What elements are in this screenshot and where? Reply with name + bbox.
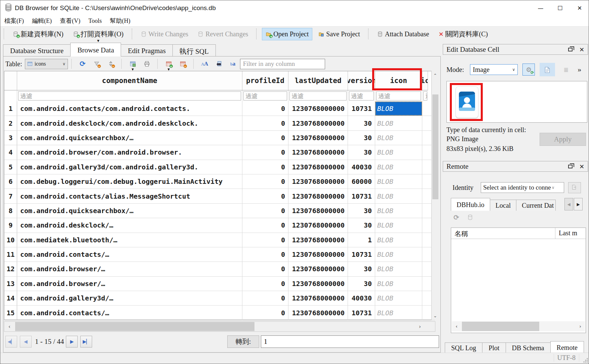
column-header-icon[interactable]: icon <box>375 71 422 90</box>
tab-scroll-left-button[interactable]: ◀ <box>564 198 573 210</box>
scroll-left-icon[interactable]: ‹ <box>4 322 14 331</box>
cell-clipped[interactable] <box>422 262 428 276</box>
cell-version[interactable]: 40030 <box>348 291 375 305</box>
import-identity-button[interactable] <box>568 182 581 193</box>
open-database-button[interactable]: ➜ 打開資料庫(O) ▼ <box>70 28 127 41</box>
cell-profileId[interactable]: 0 <box>242 160 288 174</box>
scroll-left-icon[interactable]: ‹ <box>452 321 461 331</box>
column-header-profileId[interactable]: profileId <box>242 71 288 90</box>
cell-lastUpdated[interactable]: 1230768000000 <box>288 174 348 189</box>
tab-scroll-right-button[interactable]: ▶ <box>574 198 583 210</box>
cell-clipped[interactable] <box>422 145 428 159</box>
cell-clipped[interactable] <box>422 306 428 320</box>
cell-profileId[interactable]: 0 <box>242 131 288 145</box>
cell-lastUpdated[interactable]: 1230768000000 <box>288 291 348 305</box>
cell-lastUpdated[interactable]: 1230768000000 <box>288 306 348 320</box>
previous-record-button[interactable]: ◀ <box>20 336 32 348</box>
float-panel-icon[interactable] <box>568 48 573 51</box>
dropdown-caret-icon[interactable]: ▼ <box>96 39 100 43</box>
cell-clipped[interactable] <box>422 204 428 218</box>
cell-version[interactable]: 30 <box>348 204 375 218</box>
row-number[interactable]: 12 <box>4 262 17 276</box>
toolbar-overflow-button[interactable]: » <box>578 65 581 74</box>
remote-list-scrollbar[interactable]: ‹ › <box>452 321 585 331</box>
row-number[interactable]: 8 <box>4 204 17 218</box>
row-number[interactable]: 9 <box>4 218 17 232</box>
apply-button[interactable]: Apply <box>540 133 586 146</box>
clear-filters-button[interactable]: − <box>91 58 103 69</box>
cell-profileId[interactable]: 0 <box>242 262 288 276</box>
minimize-button[interactable]: — <box>531 0 550 15</box>
identity-selector[interactable]: Select an identity to conne ∨ <box>481 182 564 193</box>
cell-lastUpdated[interactable]: 1230768000000 <box>288 145 348 159</box>
cell-profileId[interactable]: 0 <box>242 291 288 305</box>
tab-browse-data[interactable]: Browse Data <box>70 43 121 56</box>
horizontal-scroll-thumb[interactable] <box>462 322 539 331</box>
row-number[interactable]: 3 <box>4 131 17 145</box>
cell-clipped[interactable] <box>422 174 428 189</box>
tab-execute-sql[interactable]: 執行 SQL <box>172 44 216 56</box>
cell-version[interactable]: 30 <box>348 262 375 276</box>
cell-icon[interactable]: BLOB <box>375 116 422 130</box>
menu-edit[interactable]: 編輯(E) <box>28 16 56 26</box>
row-number[interactable]: 13 <box>4 277 17 291</box>
clear-sorting-button[interactable]: − <box>105 58 117 69</box>
scroll-up-icon[interactable]: ⌃ <box>432 71 439 80</box>
cell-version[interactable]: 30 <box>348 145 375 159</box>
cell-lastUpdated[interactable]: 1230768000000 <box>288 247 348 261</box>
cell-lastUpdated[interactable]: 1230768000000 <box>288 189 348 203</box>
cell-profileId[interactable]: 0 <box>242 116 288 130</box>
replace-button[interactable]: ba <box>227 58 239 69</box>
cell-componentName[interactable]: com.android.contacts/… <box>17 247 242 261</box>
filter-clipped[interactable]: 過濾 <box>422 90 428 102</box>
row-number[interactable]: 14 <box>4 291 17 305</box>
cell-icon[interactable]: BLOB <box>375 189 422 203</box>
goto-record-input[interactable] <box>261 335 439 348</box>
insert-record-button[interactable]: + ▼ <box>163 58 174 69</box>
revert-changes-button[interactable]: Revert Changes <box>194 28 251 40</box>
cell-profileId[interactable]: 0 <box>242 174 288 189</box>
cell-icon[interactable]: BLOB <box>375 233 422 247</box>
refresh-button[interactable]: ⟳ <box>77 58 88 69</box>
cell-componentName[interactable]: com.mediatek.bluetooth/… <box>17 233 242 247</box>
cell-clipped[interactable] <box>422 189 428 203</box>
cell-profileId[interactable]: 0 <box>242 204 288 218</box>
cell-lastUpdated[interactable]: 1230768000000 <box>288 218 348 232</box>
cell-profileId[interactable]: 0 <box>242 306 288 320</box>
filter-icon[interactable]: 過濾 <box>375 90 422 102</box>
close-panel-icon[interactable]: ✕ <box>579 163 584 170</box>
cell-version[interactable]: 1 <box>348 233 375 247</box>
cell-clipped[interactable] <box>422 218 428 232</box>
column-header-componentName[interactable]: componentName <box>17 71 242 90</box>
cell-version[interactable]: 10731 <box>348 247 375 261</box>
cell-profileId[interactable]: 0 <box>242 189 288 203</box>
remote-refresh-icon[interactable]: ⟳ <box>454 213 459 221</box>
remote-list-header-last-modified[interactable]: Last m <box>555 228 581 239</box>
cell-profileId[interactable]: 0 <box>242 277 288 291</box>
cell-componentName[interactable]: com.android.gallery3d/… <box>17 291 242 305</box>
row-number[interactable]: 11 <box>4 247 17 261</box>
remote-list-header-name[interactable]: 名稱 <box>451 228 555 239</box>
cell-componentName[interactable]: com.debug.loggerui/com.debug.loggerui.Ma… <box>17 174 242 189</box>
next-record-button[interactable]: ▶ <box>66 336 78 348</box>
cell-icon[interactable]: BLOB <box>375 131 422 145</box>
cell-lastUpdated[interactable]: 1230768000000 <box>288 233 348 247</box>
cell-componentName[interactable]: com.android.contacts/… <box>17 306 242 320</box>
grid-vertical-scrollbar[interactable]: ⌃ ⌄ <box>431 71 439 320</box>
menu-help[interactable]: 幫助(H) <box>106 16 134 26</box>
corner-header[interactable] <box>4 71 17 90</box>
cell-icon[interactable]: BLOB <box>375 174 422 189</box>
filter-version[interactable]: 過濾 <box>348 90 375 102</box>
cell-icon[interactable]: BLOB <box>375 247 422 261</box>
row-number[interactable]: 2 <box>4 116 17 130</box>
attach-database-button[interactable]: Attach Database <box>374 28 433 40</box>
row-number[interactable]: 5 <box>4 160 17 174</box>
cell-profileId[interactable]: 0 <box>242 218 288 232</box>
cell-clipped[interactable] <box>422 102 428 116</box>
cell-icon[interactable]: BLOB <box>375 204 422 218</box>
cell-clipped[interactable] <box>422 233 428 247</box>
menu-view[interactable]: 查看(V) <box>56 16 84 26</box>
cell-version[interactable]: 10731 <box>348 189 375 203</box>
text-document-button[interactable] <box>540 63 555 76</box>
cell-version[interactable]: 30 <box>348 218 375 232</box>
